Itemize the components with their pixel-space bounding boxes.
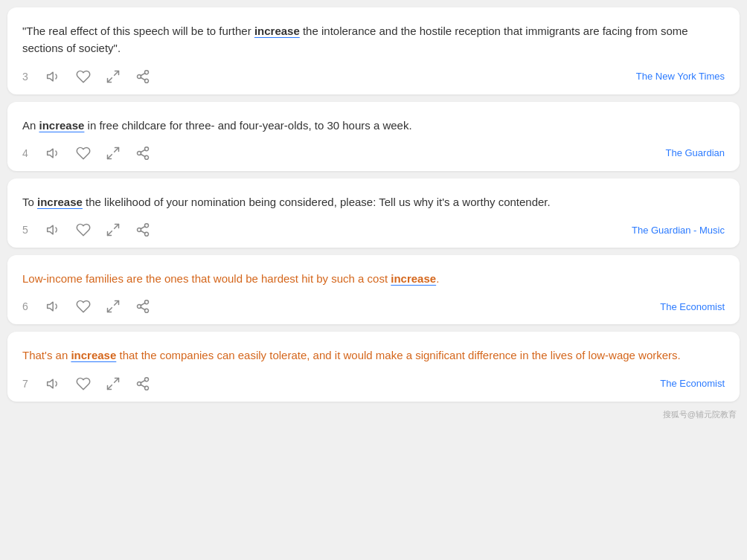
card-text: That's an increase that the companies ca… [22, 347, 725, 364]
expand-icon[interactable] [104, 68, 122, 86]
highlight-word: increase [37, 196, 83, 208]
expand-icon[interactable] [104, 297, 122, 315]
heart-icon[interactable] [74, 375, 92, 393]
share-icon[interactable] [134, 68, 152, 86]
source-label[interactable]: The Guardian - Music [632, 225, 725, 236]
svg-line-30 [141, 308, 145, 310]
svg-line-26 [108, 308, 112, 312]
svg-marker-0 [48, 72, 53, 81]
svg-line-15 [141, 149, 145, 152]
svg-line-6 [141, 77, 145, 80]
highlight-word: increase [39, 119, 85, 132]
source-label[interactable]: The Economist [660, 378, 725, 389]
expand-icon[interactable] [104, 221, 122, 239]
speaker-icon[interactable] [45, 221, 62, 239]
source-label[interactable]: The New York Times [636, 71, 725, 82]
card-footer: 4The Guardian [22, 144, 725, 162]
svg-line-33 [115, 378, 119, 382]
item-number: 7 [22, 378, 33, 390]
svg-line-18 [108, 231, 112, 236]
svg-marker-16 [48, 225, 53, 234]
item-number: 6 [22, 300, 33, 312]
card-text: Low-income families are the ones that wo… [22, 270, 725, 287]
expand-icon[interactable] [104, 375, 122, 393]
share-icon[interactable] [134, 297, 152, 315]
card-footer: 6The Economist [22, 297, 725, 315]
share-icon[interactable] [134, 221, 152, 239]
svg-line-9 [115, 147, 119, 152]
item-number: 3 [22, 71, 33, 83]
heart-icon[interactable] [74, 221, 92, 239]
footer-left: 3 [22, 68, 152, 86]
footer-left: 7 [22, 375, 152, 393]
share-icon[interactable] [134, 375, 152, 393]
footer-left: 6 [22, 297, 152, 315]
share-icon[interactable] [134, 144, 152, 162]
svg-marker-24 [48, 302, 53, 311]
highlight-word: increase [71, 349, 116, 361]
heart-icon[interactable] [74, 297, 92, 315]
card-footer: 3The New York Times [22, 68, 725, 86]
sentence-card: That's an increase that the companies ca… [7, 332, 740, 401]
source-label[interactable]: The Economist [660, 301, 725, 312]
svg-line-2 [108, 77, 112, 82]
svg-marker-32 [48, 379, 53, 388]
svg-line-14 [141, 154, 145, 156]
sentence-card: An increase in free childcare for three-… [7, 102, 740, 171]
svg-line-10 [108, 154, 112, 158]
sentence-card: To increase the likelihood of your nomin… [7, 178, 740, 248]
speaker-icon[interactable] [45, 144, 62, 162]
svg-line-34 [108, 384, 112, 389]
expand-icon[interactable] [104, 144, 122, 162]
svg-line-39 [141, 380, 145, 382]
heart-icon[interactable] [74, 68, 92, 86]
item-number: 4 [22, 147, 33, 159]
card-text: To increase the likelihood of your nomin… [22, 193, 725, 210]
svg-line-31 [141, 303, 145, 306]
svg-line-22 [141, 231, 145, 233]
footer-left: 4 [22, 144, 152, 162]
sentence-card: "The real effect of this speech will be … [7, 7, 740, 94]
svg-line-1 [115, 71, 119, 75]
card-footer: 7The Economist [22, 375, 725, 393]
svg-line-38 [141, 384, 145, 387]
speaker-icon[interactable] [45, 375, 62, 393]
svg-line-17 [115, 225, 119, 229]
card-footer: 5The Guardian - Music [22, 221, 725, 239]
highlight-word: increase [254, 25, 300, 37]
sentence-card: Low-income families are the ones that wo… [7, 255, 740, 324]
svg-marker-8 [48, 149, 53, 158]
speaker-icon[interactable] [45, 297, 62, 315]
heart-icon[interactable] [74, 144, 92, 162]
source-label[interactable]: The Guardian [666, 147, 725, 158]
card-text: An increase in free childcare for three-… [22, 117, 725, 134]
speaker-icon[interactable] [45, 68, 62, 86]
footer-left: 5 [22, 221, 152, 239]
svg-line-25 [115, 301, 119, 306]
svg-line-7 [141, 73, 145, 75]
watermark: 搜狐号@辅元院教育 [7, 409, 740, 420]
card-text: "The real effect of this speech will be … [22, 22, 725, 57]
svg-line-23 [141, 226, 145, 228]
highlight-word: increase [391, 272, 436, 285]
item-number: 5 [22, 224, 33, 236]
